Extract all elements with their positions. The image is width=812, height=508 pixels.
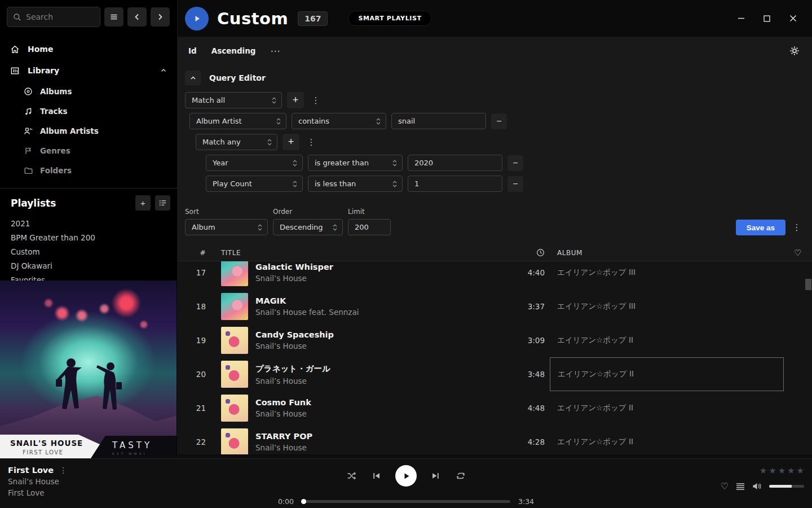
playlist-list-button[interactable] — [155, 195, 170, 211]
add-group-rule-button[interactable]: + — [283, 134, 299, 150]
star-icon[interactable]: ★ — [787, 466, 795, 476]
star-icon[interactable]: ★ — [769, 466, 776, 476]
star-icon[interactable]: ★ — [778, 466, 785, 476]
rule-value-input[interactable] — [408, 176, 502, 192]
minimize-button[interactable] — [728, 7, 754, 30]
track-title[interactable]: プラネット・ガール — [255, 364, 330, 374]
rating-stars[interactable]: ★★★★★ — [760, 466, 804, 476]
sidebar-item-album-artists[interactable]: Album Artists — [0, 121, 177, 141]
sidebar-item-library[interactable]: Library — [0, 60, 177, 81]
horizontal-scrollbar[interactable] — [178, 454, 812, 458]
volume-slider[interactable] — [769, 485, 804, 488]
remove-rule-button[interactable]: − — [508, 176, 523, 192]
track-row[interactable]: 19 Candy Spaceship Snail’s House 3:09 エイ… — [178, 323, 812, 357]
group-menu-button[interactable]: ⋮ — [304, 134, 318, 150]
shuffle-button[interactable] — [345, 469, 358, 483]
track-album-cell[interactable]: エイリアン☆ポップ III — [550, 290, 784, 323]
nav-forward-button[interactable] — [151, 7, 170, 27]
query-sort-select[interactable]: Album — [185, 219, 268, 235]
repeat-button[interactable] — [454, 469, 467, 483]
add-rule-button[interactable]: + — [287, 92, 304, 108]
menu-button[interactable] — [104, 7, 123, 27]
track-title[interactable]: STARRY POP — [255, 432, 312, 441]
rule-value-input[interactable] — [391, 113, 486, 129]
playlist-item[interactable]: 2021 — [11, 216, 170, 230]
track-artist[interactable]: Snail’s House — [255, 443, 312, 452]
rule-field-select[interactable]: Year — [206, 155, 303, 171]
search-box[interactable] — [7, 7, 100, 27]
play-pause-button[interactable] — [395, 465, 417, 487]
track-title[interactable]: Cosmo Funk — [255, 398, 311, 407]
track-album-cell[interactable]: エイリアン☆ポップ III — [550, 261, 784, 290]
chevron-up-icon[interactable] — [160, 67, 167, 74]
track-row[interactable]: 21 Cosmo Funk Snail’s House 4:48 エイリアン☆ポ… — [178, 391, 812, 425]
queue-button[interactable] — [736, 483, 745, 491]
seek-slider[interactable] — [302, 500, 510, 503]
track-artist[interactable]: Snail’s House — [255, 376, 330, 386]
track-artist[interactable]: Snail’s House — [255, 409, 311, 418]
star-icon[interactable]: ★ — [760, 466, 767, 476]
playlist-item[interactable]: BPM Greater than 200 — [11, 230, 170, 244]
rule-field-select[interactable]: Album Artist — [189, 113, 286, 129]
remove-rule-button[interactable]: − — [508, 155, 523, 171]
now-playing-menu-button[interactable]: ⋮ — [59, 466, 67, 475]
star-icon[interactable]: ★ — [797, 466, 804, 476]
rule-operator-select[interactable]: is greater than — [308, 155, 403, 171]
track-title[interactable]: MAGIK — [255, 296, 359, 305]
vertical-scrollbar-thumb[interactable] — [805, 279, 811, 290]
search-input[interactable] — [26, 12, 88, 21]
rule-operator-select[interactable]: is less than — [308, 176, 403, 192]
track-album-cell[interactable]: エイリアン☆ポップ II — [550, 425, 784, 454]
rule-operator-select[interactable]: contains — [292, 113, 386, 129]
next-button[interactable] — [429, 469, 442, 483]
match-type-select[interactable]: Match all — [185, 92, 282, 108]
sort-field-button[interactable]: Id — [188, 46, 197, 55]
playlist-item[interactable]: DJ Okawari — [11, 259, 170, 273]
add-playlist-button[interactable]: + — [135, 195, 151, 211]
column-header-number[interactable]: # — [178, 249, 209, 257]
rule-value-input[interactable] — [408, 155, 502, 171]
column-header-title[interactable]: TITLE — [209, 249, 510, 257]
limit-input[interactable] — [348, 219, 391, 235]
track-artist[interactable]: Snail’s House feat. Sennzai — [255, 308, 359, 317]
duration-column-header[interactable] — [510, 248, 550, 257]
track-title[interactable]: Galactic Whisper — [255, 262, 333, 271]
now-playing-artist[interactable]: Snail’s House — [8, 477, 67, 486]
maximize-button[interactable] — [754, 7, 780, 30]
track-artist[interactable]: Snail’s House — [255, 341, 334, 351]
sort-order-button[interactable]: Ascending — [211, 46, 256, 55]
track-row[interactable]: 20 プラネット・ガール Snail’s House 3:48 エイリアン☆ポッ… — [178, 357, 812, 391]
save-as-button[interactable]: Save as — [736, 220, 785, 235]
remove-rule-button[interactable]: − — [491, 113, 507, 129]
track-album-cell[interactable]: エイリアン☆ポップ II — [550, 357, 784, 391]
group-match-type-select[interactable]: Match any — [196, 134, 277, 150]
more-options-button[interactable]: ⋯ — [271, 45, 281, 56]
track-title[interactable]: Candy Spaceship — [255, 330, 334, 339]
rule-group-menu-button[interactable]: ⋮ — [309, 92, 323, 108]
favorite-button[interactable]: ♡ — [721, 481, 729, 492]
sidebar-item-folders[interactable]: Folders — [0, 160, 177, 180]
play-playlist-button[interactable] — [185, 7, 209, 30]
track-album-cell[interactable]: エイリアン☆ポップ II — [550, 323, 784, 357]
nav-back-button[interactable] — [127, 7, 147, 27]
close-button[interactable] — [780, 7, 806, 30]
now-playing-album[interactable]: First Love — [8, 488, 67, 497]
now-playing-title[interactable]: First Love — [8, 466, 54, 475]
track-row[interactable]: 17 Galactic Whisper Snail’s House 4:40 エ… — [178, 261, 812, 290]
track-artist[interactable]: Snail’s House — [255, 274, 333, 283]
query-order-select[interactable]: Descending — [273, 219, 343, 235]
rule-field-select[interactable]: Play Count — [206, 176, 303, 192]
now-playing-artwork[interactable]: SNAIL'S HOUSE FIRST LOVE TASTY EST MMXI — [0, 281, 176, 458]
sidebar-item-home[interactable]: Home — [0, 38, 177, 60]
volume-button[interactable] — [752, 482, 762, 491]
gear-icon[interactable] — [789, 46, 800, 56]
track-row[interactable]: 18 MAGIK Snail’s House feat. Sennzai 3:3… — [178, 290, 812, 323]
column-header-album[interactable]: ALBUM — [550, 249, 784, 257]
track-row[interactable]: 22 STARRY POP Snail’s House 4:28 エイリアン☆ポ… — [178, 425, 812, 454]
favorite-column-header[interactable]: ♡ — [784, 248, 812, 258]
playlist-item[interactable]: Custom — [11, 244, 170, 259]
sidebar-item-tracks[interactable]: Tracks — [0, 101, 177, 121]
sidebar-item-genres[interactable]: Genres — [0, 141, 177, 160]
collapse-query-button[interactable] — [185, 71, 201, 85]
save-menu-button[interactable]: ⋮ — [790, 219, 804, 235]
